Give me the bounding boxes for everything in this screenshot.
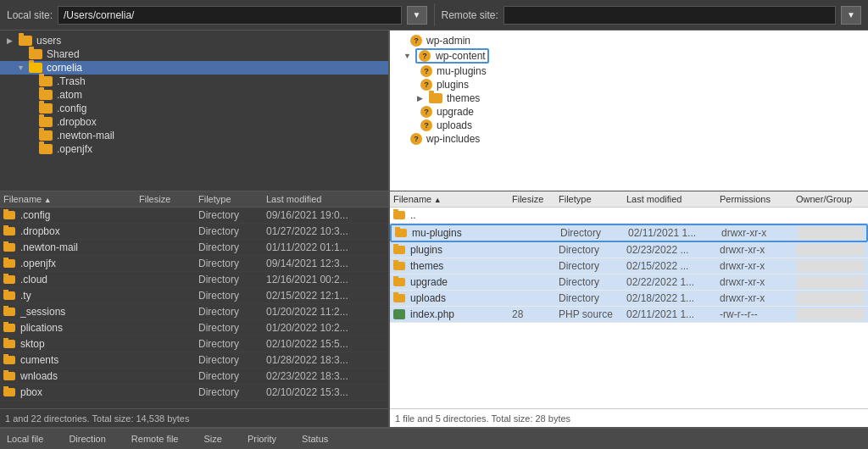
bottom-local-file: Local file xyxy=(7,434,43,444)
local-table-body[interactable]: .config Directory 09/16/2021 19:0... .dr… xyxy=(0,208,388,408)
table-row[interactable]: .config Directory 09/16/2021 19:0... xyxy=(0,208,388,224)
tree-item-newton[interactable]: .newton-mail xyxy=(0,129,388,142)
tree-item-config[interactable]: .config xyxy=(0,102,388,115)
rtd-filename: .. xyxy=(393,209,512,221)
folder-icon xyxy=(3,291,15,300)
local-path-section: Local site: ▼ xyxy=(0,0,434,30)
tree-item-cornelia[interactable]: ▼ cornelia xyxy=(0,61,388,75)
panel-right: ? wp-admin ▼ ? wp-content ? mu-plugins xyxy=(390,30,868,427)
question-icon: ? xyxy=(420,119,432,131)
folder-icon xyxy=(3,308,15,316)
rth-modified[interactable]: Last modified xyxy=(626,194,720,204)
td-filename: .ty xyxy=(3,290,139,302)
folder-icon xyxy=(429,93,442,103)
tree-label: mu-plugins xyxy=(437,65,487,77)
rth-filetype[interactable]: Filetype xyxy=(559,194,626,204)
local-path-dropdown[interactable]: ▼ xyxy=(407,6,427,25)
panel-left: ▶ users Shared ▼ cornelia .T xyxy=(0,30,390,427)
table-row[interactable]: .. xyxy=(390,208,868,224)
tree-item-wp-includes[interactable]: ? wp-includes xyxy=(390,132,868,146)
tree-item-wp-admin[interactable]: ? wp-admin xyxy=(390,34,868,47)
folder-icon xyxy=(3,340,15,348)
question-icon: ? xyxy=(420,106,432,118)
remote-tree[interactable]: ? wp-admin ▼ ? wp-content ? mu-plugins xyxy=(390,30,868,191)
th-modified[interactable]: Last modified xyxy=(266,194,385,204)
table-row[interactable]: upgrade Directory 02/22/2022 1... drwxr-… xyxy=(390,274,868,291)
th-filetype[interactable]: Filetype xyxy=(198,194,266,204)
panels: ▶ users Shared ▼ cornelia .T xyxy=(0,30,868,427)
remote-table-body[interactable]: .. mu-plugins xyxy=(390,208,868,408)
tree-label: themes xyxy=(447,92,480,104)
table-row[interactable]: wnloads Directory 02/23/2022 18:3... xyxy=(0,369,388,385)
folder-icon xyxy=(39,76,53,86)
table-row[interactable]: plugins Directory 02/23/2022 ... drwxr-x… xyxy=(390,242,868,258)
folder-icon xyxy=(395,229,407,237)
table-row[interactable]: .openjfx Directory 09/14/2021 12:3... xyxy=(0,256,388,272)
main-container: Local site: ▼ Remote site: ▼ ▶ users xyxy=(0,0,868,449)
table-row[interactable]: .newton-mail Directory 01/11/2022 01:1..… xyxy=(0,240,388,256)
rth-owner[interactable]: Owner/Group xyxy=(796,194,865,204)
question-icon: ? xyxy=(419,50,431,62)
question-icon: ? xyxy=(420,79,432,91)
folder-icon xyxy=(39,144,53,154)
tree-item-openjfx[interactable]: .openjfx xyxy=(0,142,388,156)
local-tree[interactable]: ▶ users Shared ▼ cornelia .T xyxy=(0,30,388,191)
local-status-text: 1 and 22 directories. Total size: 14,538… xyxy=(5,413,190,424)
rth-filesize[interactable]: Filesize xyxy=(512,194,559,204)
tree-item-uploads[interactable]: ? uploads xyxy=(390,119,868,132)
table-row[interactable]: themes Directory 02/15/2022 ... drwxr-xr… xyxy=(390,258,868,274)
th-filename[interactable]: Filename xyxy=(3,194,139,204)
bottom-direction: Direction xyxy=(69,434,105,444)
tree-item-shared[interactable]: Shared xyxy=(0,47,388,61)
folder-icon xyxy=(3,372,15,380)
bottom-remote-file: Remote file xyxy=(131,434,179,444)
tree-label: Shared xyxy=(47,48,80,60)
rtd-filename: plugins xyxy=(393,244,512,256)
table-row[interactable]: .ty Directory 02/15/2022 12:1... xyxy=(0,288,388,304)
local-status-bar: 1 and 22 directories. Total size: 14,538… xyxy=(0,408,388,427)
bottom-size: Size xyxy=(203,434,221,444)
tree-item-upgrade[interactable]: ? upgrade xyxy=(390,105,868,119)
table-row[interactable]: mu-plugins Directory 02/11/2021 1... drw… xyxy=(390,224,868,242)
local-path-input[interactable] xyxy=(58,6,401,25)
table-row[interactable]: plications Directory 01/20/2022 10:2... xyxy=(0,320,388,336)
remote-path-dropdown[interactable]: ▼ xyxy=(841,6,861,25)
tree-arrow: ▼ xyxy=(17,64,27,72)
folder-icon xyxy=(3,259,15,268)
rth-perms[interactable]: Permissions xyxy=(720,194,796,204)
table-row[interactable]: index.php 28 PHP source 02/11/2021 1... … xyxy=(390,307,868,323)
table-row[interactable]: pbox Directory 02/10/2022 15:3... xyxy=(0,385,388,401)
folder-icon xyxy=(3,275,15,284)
tree-item-mu-plugins[interactable]: ? mu-plugins xyxy=(390,64,868,78)
tree-label: uploads xyxy=(437,119,472,131)
tree-item-users[interactable]: ▶ users xyxy=(0,34,388,47)
tree-item-themes[interactable]: ▶ themes xyxy=(390,91,868,105)
tree-item-trash[interactable]: .Trash xyxy=(0,75,388,88)
rth-filename[interactable]: Filename xyxy=(393,194,512,204)
question-icon: ? xyxy=(420,65,432,77)
folder-icon xyxy=(393,262,405,270)
tree-label: .Trash xyxy=(57,75,86,87)
td-filename: .config xyxy=(3,209,139,221)
td-filename: cuments xyxy=(3,354,139,366)
table-row[interactable]: .cloud Directory 12/16/2021 00:2... xyxy=(0,272,388,288)
folder-icon xyxy=(39,90,53,100)
folder-icon xyxy=(3,227,15,236)
folder-icon xyxy=(393,294,405,302)
table-row[interactable]: cuments Directory 01/28/2022 18:3... xyxy=(0,352,388,369)
table-row[interactable]: _sessions Directory 01/20/2022 11:2... xyxy=(0,304,388,320)
tree-item-plugins[interactable]: ? plugins xyxy=(390,78,868,91)
tree-label: .newton-mail xyxy=(57,130,114,141)
table-row[interactable]: sktop Directory 02/10/2022 15:5... xyxy=(0,336,388,352)
tree-item-atom[interactable]: .atom xyxy=(0,88,388,102)
tree-label: .config xyxy=(57,103,86,114)
tree-item-wp-content[interactable]: ▼ ? wp-content xyxy=(390,47,868,64)
td-filename: .dropbox xyxy=(3,225,139,237)
th-filesize[interactable]: Filesize xyxy=(139,194,198,204)
folder-icon xyxy=(39,103,53,114)
remote-path-input[interactable] xyxy=(504,6,836,25)
table-row[interactable]: uploads Directory 02/18/2022 1... drwxr-… xyxy=(390,291,868,307)
table-row[interactable]: .dropbox Directory 01/27/2022 10:3... xyxy=(0,224,388,240)
rtd-filename: index.php xyxy=(393,308,512,320)
tree-item-dropbox[interactable]: .dropbox xyxy=(0,115,388,129)
